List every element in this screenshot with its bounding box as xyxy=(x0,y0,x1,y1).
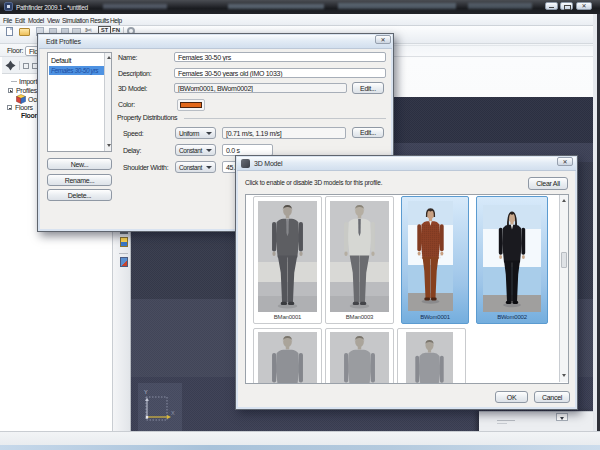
svg-text:Y: Y xyxy=(144,389,148,395)
svg-text:X: X xyxy=(171,410,175,416)
